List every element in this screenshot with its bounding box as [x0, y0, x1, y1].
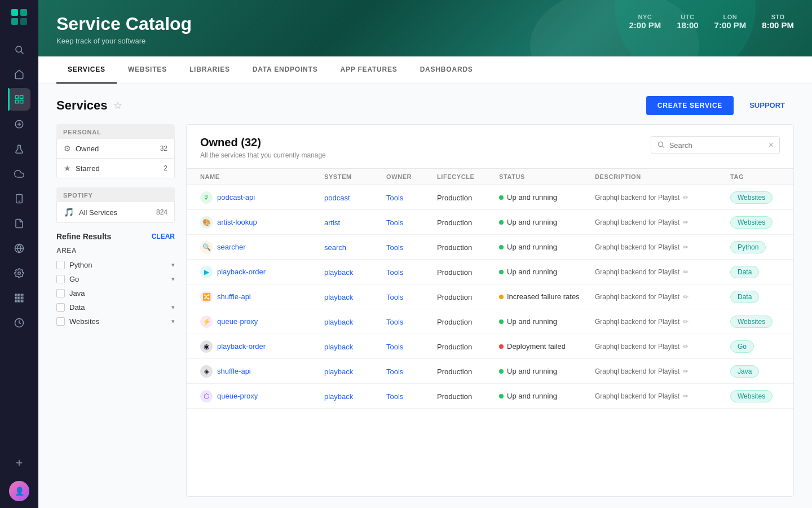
search-nav-icon[interactable]: [8, 38, 30, 61]
add-nav-icon[interactable]: [8, 113, 30, 135]
service-name-link[interactable]: podcast-api: [217, 193, 255, 202]
edit-description-icon[interactable]: ✏: [683, 293, 689, 301]
tag-badge[interactable]: Websites: [730, 390, 773, 402]
service-name-link[interactable]: queue-proxy: [217, 317, 258, 326]
cloud-nav-icon[interactable]: [8, 163, 30, 185]
edit-description-icon[interactable]: ✏: [683, 218, 689, 226]
edit-description-icon[interactable]: ✏: [683, 343, 689, 351]
svg-rect-26: [21, 300, 23, 302]
tab-websites[interactable]: WEBSITES: [117, 56, 178, 84]
clear-filters-button[interactable]: CLEAR: [152, 233, 175, 240]
services-star-icon[interactable]: ☆: [113, 99, 122, 112]
system-link[interactable]: playback: [324, 367, 353, 376]
table-row: 🔀 shuffle-api playback Tools Production …: [187, 284, 793, 309]
service-name-link[interactable]: shuffle-api: [217, 367, 251, 375]
system-link[interactable]: podcast: [324, 194, 350, 202]
edit-description-icon[interactable]: ✏: [683, 392, 689, 400]
service-name-link[interactable]: playback-order: [217, 268, 266, 276]
tag-badge[interactable]: Data: [730, 291, 759, 303]
java-checkbox[interactable]: [56, 289, 65, 297]
go-checkbox[interactable]: [56, 275, 65, 283]
lifecycle-cell: Production: [437, 217, 499, 227]
owner-text[interactable]: Tools: [386, 392, 403, 401]
system-link[interactable]: artist: [324, 218, 340, 227]
tab-dashboards[interactable]: DASHBOARDS: [409, 56, 484, 84]
tag-badge[interactable]: Data: [730, 266, 759, 278]
filter-data[interactable]: Data ▾: [56, 300, 175, 314]
description-cell: Graphql backend for Playlist ✏: [595, 243, 730, 251]
service-icon: 🎨: [200, 216, 213, 229]
home-nav-icon[interactable]: [8, 63, 30, 86]
clock-nav-icon[interactable]: [8, 312, 30, 334]
all-services-label: All Services: [79, 208, 117, 217]
lifecycle-text: Production: [437, 343, 472, 351]
edit-description-icon[interactable]: ✏: [683, 268, 689, 276]
tab-app-features[interactable]: APP FEATURES: [329, 56, 408, 84]
system-link[interactable]: playback: [324, 343, 353, 351]
tab-services[interactable]: SERVICES: [56, 56, 117, 84]
service-name-link[interactable]: queue-proxy: [217, 392, 258, 400]
owned-item[interactable]: ⚙ Owned 32: [56, 139, 175, 159]
system-link[interactable]: playback: [324, 392, 353, 401]
edit-description-icon[interactable]: ✏: [683, 194, 689, 202]
user-avatar[interactable]: 👤: [9, 481, 29, 501]
service-name-link[interactable]: searcher: [217, 243, 246, 251]
starred-item[interactable]: ★ Starred 2: [56, 159, 175, 178]
data-checkbox[interactable]: [56, 303, 65, 312]
tag-badge[interactable]: Websites: [730, 191, 773, 204]
search-clear-icon[interactable]: ×: [769, 140, 774, 150]
edit-description-icon[interactable]: ✏: [683, 243, 689, 251]
service-name-link[interactable]: artist-lookup: [217, 218, 257, 226]
clock-utc: UTC 18:00: [677, 14, 698, 30]
tag-badge[interactable]: Java: [730, 365, 759, 378]
owner-cell: Tools: [386, 391, 437, 401]
search-input[interactable]: [669, 141, 764, 150]
owner-text[interactable]: Tools: [386, 218, 403, 227]
tab-libraries[interactable]: LIBRARIES: [178, 56, 241, 84]
owner-text[interactable]: Tools: [386, 293, 403, 301]
mobile-nav-icon[interactable]: [8, 187, 30, 210]
owner-text[interactable]: Tools: [386, 268, 403, 277]
edit-description-icon[interactable]: ✏: [683, 367, 689, 375]
filter-go[interactable]: Go ▾: [56, 272, 175, 286]
tag-badge[interactable]: Python: [730, 241, 766, 253]
edit-description-icon[interactable]: ✏: [683, 318, 689, 326]
create-service-button[interactable]: CREATE SERVICE: [646, 96, 734, 115]
owner-text[interactable]: Tools: [386, 318, 403, 326]
go-expand-icon[interactable]: ▾: [171, 275, 175, 283]
support-button[interactable]: SUPPORT: [740, 95, 794, 115]
all-services-item[interactable]: 🎵 All Services 824: [56, 202, 175, 223]
websites-expand-icon[interactable]: ▾: [171, 318, 175, 325]
file-nav-icon[interactable]: [8, 212, 30, 235]
filter-java[interactable]: Java: [56, 286, 175, 300]
tab-data-endpoints[interactable]: DATA ENDPOINTS: [241, 56, 329, 84]
owner-text[interactable]: Tools: [386, 194, 403, 202]
personal-section: PERSONAL ⚙ Owned 32 ★ Starred 2: [56, 124, 175, 178]
data-expand-icon[interactable]: ▾: [171, 304, 175, 311]
filter-websites[interactable]: Websites ▾: [56, 314, 175, 329]
system-link[interactable]: playback: [324, 293, 353, 301]
owner-text[interactable]: Tools: [386, 243, 403, 252]
owner-text[interactable]: Tools: [386, 343, 403, 351]
gear-nav-icon[interactable]: [8, 262, 30, 284]
python-checkbox[interactable]: [56, 261, 65, 269]
system-link[interactable]: playback: [324, 268, 353, 277]
websites-checkbox[interactable]: [56, 317, 65, 326]
filter-python[interactable]: Python ▾: [56, 258, 175, 272]
tag-badge[interactable]: Websites: [730, 316, 773, 328]
catalog-nav-icon[interactable]: [8, 88, 30, 111]
owner-text[interactable]: Tools: [386, 367, 403, 376]
tag-badge[interactable]: Go: [730, 340, 754, 353]
python-expand-icon[interactable]: ▾: [171, 261, 175, 269]
system-link[interactable]: playback: [324, 318, 353, 326]
flask-nav-icon[interactable]: [8, 138, 30, 160]
service-name-link[interactable]: playback-order: [217, 342, 266, 351]
globe-nav-icon[interactable]: [8, 237, 30, 260]
grid-nav-icon[interactable]: [8, 287, 30, 309]
add-bottom-icon[interactable]: [8, 452, 30, 474]
tag-badge[interactable]: Websites: [730, 216, 773, 229]
system-link[interactable]: search: [324, 243, 346, 252]
app-logo[interactable]: [9, 7, 29, 27]
owner-cell: Tools: [386, 292, 437, 302]
service-name-link[interactable]: shuffle-api: [217, 292, 251, 301]
